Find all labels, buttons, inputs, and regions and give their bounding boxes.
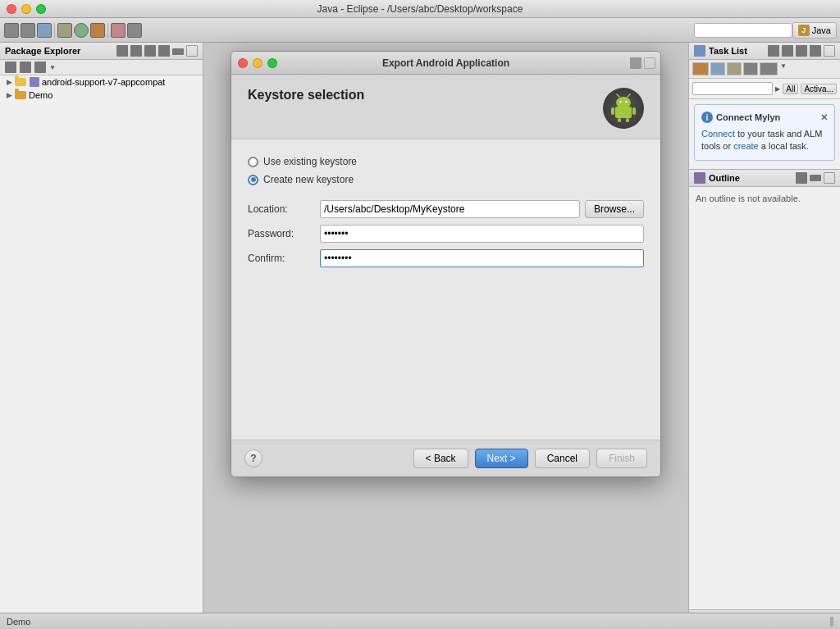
toolbar-icon-5[interactable] <box>74 23 89 38</box>
toolbar-separator-1 <box>54 23 55 38</box>
dialog-title-buttons[interactable] <box>630 57 655 69</box>
mylyn-connect-link[interactable]: Connect <box>701 129 735 139</box>
sync-task-icon[interactable] <box>710 62 725 75</box>
tree-item-demo-label: Demo <box>29 90 52 100</box>
location-label: Location: <box>248 203 313 215</box>
tree-dropdown-icon[interactable]: ▼ <box>49 64 56 71</box>
filter-dropdown-icon[interactable]: ▶ <box>775 85 780 93</box>
mylyn-title-left: i Connect Mylyn <box>701 112 780 123</box>
tree-toolbar-icon2[interactable] <box>20 62 31 73</box>
password-input[interactable] <box>320 225 644 243</box>
outline-content: An outline is not available. <box>689 187 840 210</box>
svg-rect-9 <box>626 118 629 122</box>
maximize-button[interactable] <box>36 4 46 14</box>
back-button[interactable]: < Back <box>413 449 468 468</box>
export-dialog: Export Android Application Keystore sele… <box>231 51 661 477</box>
expand-icon[interactable] <box>130 45 142 57</box>
use-existing-radio-row[interactable]: Use existing keystore <box>248 156 644 167</box>
dialog-minimize-button[interactable] <box>253 58 262 68</box>
dialog-close-button[interactable] <box>238 58 248 68</box>
task-icon-3[interactable] <box>796 45 807 57</box>
dialog-title: Export Android Application <box>382 57 509 69</box>
toolbar-icon-4[interactable] <box>57 23 72 38</box>
svg-point-3 <box>625 101 627 103</box>
package-explorer-header: Package Explorer <box>0 43 203 60</box>
tree-toolbar-icon1[interactable] <box>5 62 16 73</box>
keystore-radio-group: Use existing keystore Create new keystor… <box>248 156 644 185</box>
panel-header-icons <box>116 45 198 57</box>
task-filter-input[interactable] <box>692 82 773 95</box>
keystore-form: Location: Browse... Password: Confirm: <box>248 200 644 267</box>
settings-icon[interactable] <box>760 62 778 75</box>
dialog-titlebar: Export Android Application <box>231 52 660 75</box>
minimize-panel-icon[interactable] <box>172 48 184 55</box>
sync-icon[interactable] <box>144 45 156 57</box>
outline-maximize-icon[interactable] <box>824 172 835 184</box>
tree-empty-space <box>0 102 203 613</box>
toolbar-icon-2[interactable] <box>21 23 35 38</box>
outline-header-icons <box>796 172 835 184</box>
toolbar-icon-1[interactable] <box>4 23 19 38</box>
task-minimize-icon[interactable] <box>810 45 821 57</box>
use-existing-radio[interactable] <box>248 157 258 167</box>
dialog-max-icon[interactable] <box>644 57 655 69</box>
package-explorer-title: Package Explorer <box>5 46 80 56</box>
mylyn-create-link[interactable]: create <box>733 141 759 151</box>
next-button[interactable]: Next > <box>475 449 528 468</box>
svg-line-4 <box>617 94 619 97</box>
filter-icon[interactable] <box>727 62 742 75</box>
center-area: Export Android Application Keystore sele… <box>203 43 688 629</box>
toolbar-search[interactable] <box>694 23 792 38</box>
task-toolbar-row-1: ▼ <box>692 62 837 75</box>
mylyn-description: Connect to your task and ALM tools or cr… <box>701 128 828 153</box>
tree-toolbar-icon3[interactable] <box>34 62 46 73</box>
location-input[interactable] <box>320 200 580 218</box>
task-panel: Task List ▼ <box>689 43 840 629</box>
cancel-button[interactable]: Cancel <box>535 449 590 468</box>
tree-item-appcompat[interactable]: ▶ android-support-v7-appcompat <box>0 75 203 89</box>
browse-button[interactable]: Browse... <box>585 200 644 218</box>
outline-minimize-icon[interactable] <box>810 175 821 181</box>
dialog-maximize-button[interactable] <box>267 58 277 68</box>
confirm-input[interactable] <box>320 249 644 267</box>
java-perspective-button[interactable]: J Java <box>792 22 837 39</box>
task-icon-1[interactable] <box>768 45 779 57</box>
toolbar-icon-7[interactable] <box>111 23 126 38</box>
task-icon-2[interactable] <box>782 45 793 57</box>
categorize-icon[interactable] <box>743 62 758 75</box>
dialog-content: Use existing keystore Create new keystor… <box>231 139 660 276</box>
create-new-radio-row[interactable]: Create new keystore <box>248 174 644 185</box>
mylyn-close-button[interactable]: ✕ <box>820 112 828 123</box>
toolbar-icon-3[interactable] <box>37 23 52 38</box>
collapse-icon[interactable] <box>116 45 128 57</box>
svg-line-5 <box>628 94 630 97</box>
task-maximize-icon[interactable] <box>824 45 835 57</box>
help-button[interactable]: ? <box>244 449 262 467</box>
maximize-panel-icon[interactable] <box>186 45 198 57</box>
tree-item-demo[interactable]: ▶ Demo <box>0 89 203 102</box>
minimize-button[interactable] <box>21 4 31 14</box>
title-bar: Java - Eclipse - /Users/abc/Desktop/work… <box>0 0 840 18</box>
use-existing-label: Use existing keystore <box>263 156 357 167</box>
window-controls[interactable] <box>7 4 46 14</box>
filter-activate-tag[interactable]: Activa... <box>801 84 837 94</box>
outline-empty-text: An outline is not available. <box>696 194 801 203</box>
close-button[interactable] <box>7 4 16 14</box>
outline-panel: Outline An outline is not available. <box>689 169 840 210</box>
outline-icon-1[interactable] <box>796 172 807 184</box>
resize-handle[interactable] <box>830 617 833 627</box>
menu-icon[interactable] <box>158 45 170 57</box>
dialog-min-icon[interactable] <box>630 57 641 69</box>
filter-all-tag[interactable]: All <box>783 84 798 94</box>
java-label: Java <box>812 25 831 35</box>
create-new-radio[interactable] <box>248 175 258 185</box>
info-icon: i <box>701 112 713 123</box>
toolbar-icon-8[interactable] <box>127 23 142 38</box>
dialog-header-area: Keystore selection <box>231 75 660 139</box>
new-task-icon[interactable] <box>692 62 709 75</box>
tree-arrow-demo-icon: ▶ <box>7 91 12 99</box>
right-panel: Task List ▼ <box>688 43 840 629</box>
dialog-window-controls[interactable] <box>238 58 277 68</box>
toolbar-icon-6[interactable] <box>90 23 105 38</box>
task-toolbar-dropdown[interactable]: ▼ <box>780 62 787 75</box>
